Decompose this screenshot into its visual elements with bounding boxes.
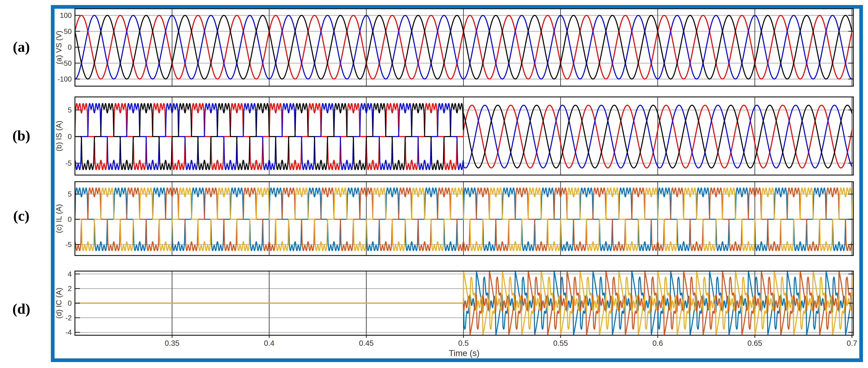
svg-text:0.55: 0.55: [553, 339, 568, 347]
plot-is: 50-5(b) IS (A): [55, 97, 853, 175]
svg-text:-5: -5: [65, 159, 72, 167]
svg-text:-5: -5: [65, 241, 72, 249]
svg-text:-2: -2: [65, 314, 72, 322]
svg-text:4: 4: [68, 270, 72, 278]
plot-il: 50-5(c) IL (A): [55, 182, 853, 255]
svg-text:2: 2: [68, 284, 72, 293]
plot-vs-ylabel: (a) VS (V): [55, 31, 63, 64]
plot-vs: 100500-50-100(a) VS (V): [55, 9, 853, 86]
svg-text:0.35: 0.35: [165, 339, 179, 347]
svg-text:0: 0: [68, 133, 72, 141]
svg-text:50: 50: [64, 28, 72, 35]
plot-il-ytick-labels: 50-5: [65, 190, 72, 249]
svg-text:100: 100: [60, 11, 72, 20]
plot-is-ylabel: (b) IS (A): [55, 121, 63, 151]
plot-ic-ytick-labels: 420-2-4: [65, 270, 72, 337]
svg-text:-4: -4: [65, 328, 72, 336]
svg-text:0.5: 0.5: [458, 339, 469, 347]
svg-text:0.65: 0.65: [747, 339, 762, 347]
figure-root: (a) (b) (c) (d) 100500-50-100(a) VS (V)5…: [0, 0, 868, 368]
plot-ic: 420-2-4(d) IC (A)0.350.40.450.50.550.60.…: [55, 270, 857, 358]
svg-text:0.7: 0.7: [847, 339, 857, 347]
plot-ic-ylabel: (d) IC (A): [55, 287, 63, 319]
plot-is-ytick-labels: 50-5: [65, 106, 72, 167]
svg-text:-100: -100: [58, 75, 72, 83]
plot-il-ylabel: (c) IL (A): [55, 204, 63, 233]
svg-text:5: 5: [68, 106, 72, 114]
svg-text:0.45: 0.45: [359, 339, 374, 347]
svg-text:0: 0: [68, 215, 72, 223]
waveform-canvas: 100500-50-100(a) VS (V)50-5(b) IS (A)50-…: [0, 0, 868, 368]
svg-text:5: 5: [68, 190, 72, 198]
svg-text:0: 0: [68, 43, 72, 51]
svg-text:0.4: 0.4: [264, 339, 275, 347]
x-axis-label: Time (s): [449, 348, 479, 358]
x-axis-tick-labels: 0.350.40.450.50.550.60.650.7: [165, 339, 857, 347]
svg-text:0: 0: [68, 299, 72, 307]
svg-text:0.6: 0.6: [652, 339, 663, 347]
